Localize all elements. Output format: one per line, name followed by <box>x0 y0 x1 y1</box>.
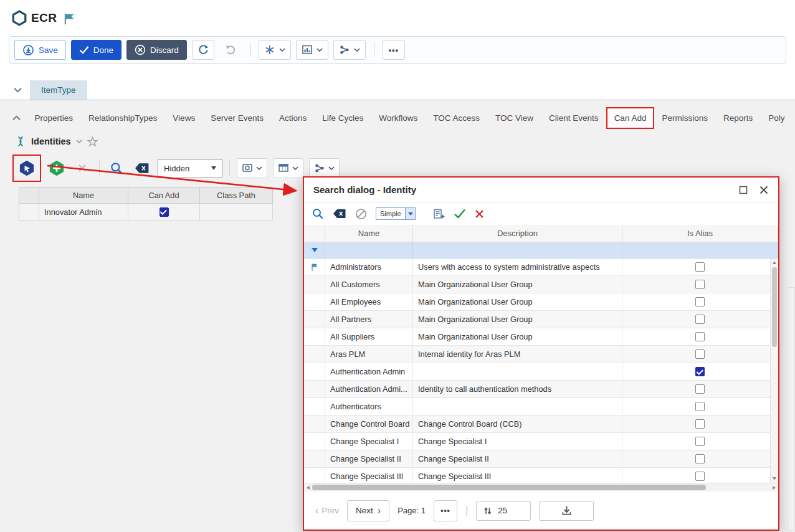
dialog-filter-row[interactable] <box>304 242 778 259</box>
tab-permissions[interactable]: Permissions <box>654 107 716 129</box>
row-is-alias-cell[interactable] <box>622 328 778 346</box>
delete-row-button-disabled[interactable] <box>72 158 92 179</box>
row-name-cell[interactable]: Authentication Admin <box>325 363 413 381</box>
row-description-cell[interactable]: Users with access to system administrati… <box>413 259 622 276</box>
prev-page-button[interactable]: ‹ Prev <box>315 506 339 516</box>
row-description-cell[interactable]: Main Organizational User Group <box>413 311 622 328</box>
grid-columns-button[interactable] <box>273 158 303 178</box>
dialog-grid-row[interactable]: Change Specialist II Change Specialist I… <box>304 450 778 468</box>
row-description-cell[interactable]: Identity to call authentication methods <box>413 381 622 398</box>
row-is-alias-cell[interactable] <box>622 346 778 363</box>
flag-icon[interactable] <box>62 12 76 26</box>
scroll-right-arrow-icon[interactable] <box>773 486 776 490</box>
header-cell-name[interactable]: Name <box>39 188 128 204</box>
row-is-alias-cell[interactable] <box>622 433 778 450</box>
row-is-alias-cell[interactable] <box>622 276 778 293</box>
row-description-cell[interactable]: Change Specialist I <box>413 433 622 450</box>
row-description-cell[interactable]: Main Organizational User Group <box>413 328 622 346</box>
favorite-star-icon[interactable] <box>87 136 98 147</box>
row-name-cell[interactable]: Aras PLM <box>325 346 413 363</box>
collapse-caret-up-icon[interactable] <box>12 115 21 121</box>
scrollbar-thumb[interactable] <box>312 485 706 490</box>
row-is-alias-cell[interactable] <box>622 468 778 483</box>
dialog-vertical-scrollbar[interactable] <box>770 259 778 483</box>
dialog-grid-row[interactable]: All Partners Main Organizational User Gr… <box>304 311 778 328</box>
header-cell-is-alias[interactable]: Is Alias <box>622 225 778 242</box>
cancel-selection-button[interactable] <box>475 209 484 219</box>
confirm-selection-button[interactable] <box>454 207 466 220</box>
close-button[interactable] <box>759 185 769 195</box>
tab-life-cycles[interactable]: Life Cycles <box>315 107 371 129</box>
row-can-add-cell[interactable] <box>128 204 200 221</box>
tab-client-events[interactable]: Client Events <box>541 107 607 129</box>
dialog-grid-row[interactable]: Change Specialist III Change Specialist … <box>304 468 778 483</box>
row-name-cell[interactable]: All Suppliers <box>325 328 413 346</box>
next-page-button[interactable]: Next › <box>347 500 389 521</box>
reports-dropdown-button[interactable] <box>296 40 328 60</box>
scroll-down-arrow-icon[interactable] <box>773 477 776 480</box>
tab-toc-access[interactable]: TOC Access <box>426 107 488 129</box>
page-size-input[interactable]: 25 <box>476 501 531 521</box>
scroll-left-arrow-icon[interactable] <box>307 486 310 490</box>
row-description-cell[interactable]: Main Organizational User Group <box>413 276 622 293</box>
dialog-titlebar[interactable]: Search dialog - Identity <box>304 178 778 202</box>
row-description-cell[interactable]: Change Control Board (CCB) <box>413 416 622 433</box>
export-download-button[interactable] <box>539 501 594 521</box>
row-class-path-cell[interactable] <box>200 204 273 221</box>
dialog-grid-row[interactable]: All Customers Main Organizational User G… <box>304 276 778 293</box>
row-description-cell[interactable]: Main Organizational User Group <box>413 293 622 311</box>
is-alias-checkbox[interactable] <box>695 437 705 446</box>
is-alias-checkbox[interactable] <box>695 472 705 481</box>
search-mode-select[interactable]: Simple <box>376 207 416 220</box>
row-name-cell[interactable]: Change Specialist II <box>325 450 413 468</box>
tab-server-events[interactable]: Server Events <box>203 107 272 129</box>
row-description-cell[interactable] <box>413 363 622 381</box>
identities-grid-row[interactable]: Innovator Admin <box>19 204 272 221</box>
row-name-cell[interactable]: Administrators <box>325 259 413 276</box>
clear-search-button[interactable] <box>333 209 346 219</box>
tab-views[interactable]: Views <box>165 107 203 129</box>
row-is-alias-cell[interactable] <box>622 293 778 311</box>
tab-actions[interactable]: Actions <box>271 107 314 129</box>
dialog-horizontal-scrollbar[interactable] <box>304 483 778 492</box>
row-description-cell[interactable]: Internal identity for Aras PLM <box>413 346 622 363</box>
tab-relationshiptypes[interactable]: RelationshipTypes <box>81 107 165 129</box>
scrollbar-thumb[interactable] <box>772 267 777 347</box>
scroll-up-arrow-icon[interactable] <box>773 261 776 264</box>
dialog-grid-row[interactable]: Authenticators <box>304 398 778 416</box>
refresh-button[interactable] <box>192 40 214 60</box>
clear-criteria-button[interactable] <box>355 208 367 220</box>
run-search-button[interactable] <box>312 207 324 220</box>
hidden-view-select[interactable]: Hidden <box>158 159 222 178</box>
row-name-cell[interactable]: All Partners <box>325 311 413 328</box>
row-name-cell[interactable]: All Employees <box>325 293 413 311</box>
maximize-button[interactable] <box>739 186 748 194</box>
tab-itemtype[interactable]: ItemType <box>30 80 87 100</box>
dialog-grid-row[interactable]: Change Specialist I Change Specialist I <box>304 433 778 450</box>
dialog-grid-row[interactable]: Authentication Admi... Identity to call … <box>304 381 778 398</box>
header-cell-name[interactable]: Name <box>325 225 413 242</box>
header-cell-icon[interactable] <box>19 188 39 204</box>
header-cell-class-path[interactable]: Class Path <box>200 188 273 204</box>
is-alias-checkbox[interactable] <box>695 454 705 463</box>
done-button[interactable]: Done <box>71 40 121 60</box>
share-grid-button[interactable] <box>309 158 340 178</box>
discard-button[interactable]: Discard <box>126 40 187 60</box>
tab-reports[interactable]: Reports <box>715 107 760 129</box>
dialog-grid-row[interactable]: All Employees Main Organizational User G… <box>304 293 778 311</box>
row-is-alias-cell[interactable] <box>622 311 778 328</box>
filter-cell-is-alias[interactable] <box>622 242 778 259</box>
filter-cell-name[interactable] <box>325 242 413 259</box>
is-alias-checkbox[interactable] <box>695 367 705 376</box>
more-actions-button[interactable]: ••• <box>383 40 405 60</box>
row-name-cell[interactable]: Authentication Admi... <box>325 381 413 398</box>
is-alias-checkbox[interactable] <box>695 297 705 306</box>
display-options-button[interactable] <box>237 158 267 178</box>
is-alias-checkbox[interactable] <box>695 349 705 359</box>
actions-dropdown-button[interactable] <box>259 40 291 60</box>
new-item-button[interactable] <box>47 158 67 179</box>
dialog-grid-row[interactable]: Aras PLM Internal identity for Aras PLM <box>304 346 778 363</box>
tab-toc-view[interactable]: TOC View <box>488 107 541 129</box>
row-description-cell[interactable] <box>413 398 622 416</box>
header-cell-can-add[interactable]: Can Add <box>128 188 200 204</box>
